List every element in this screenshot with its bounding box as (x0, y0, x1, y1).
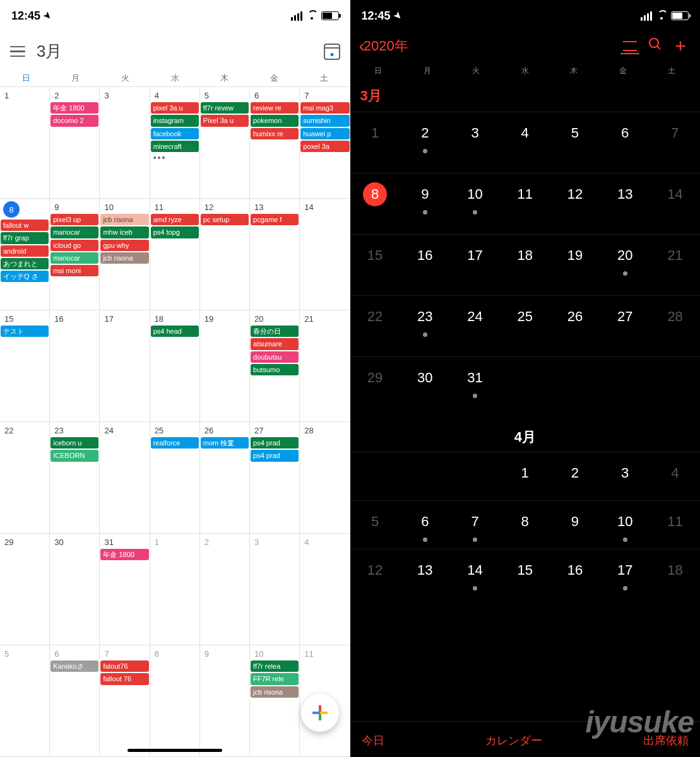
event-chip[interactable]: mariocar (50, 252, 98, 264)
calendar-cell[interactable]: 13 (600, 173, 650, 234)
calendar-cell[interactable]: 29 (0, 534, 50, 645)
calendar-cell[interactable]: 27ps4 pradps4 prad (250, 422, 300, 533)
event-chip[interactable]: 年金 1800 (50, 102, 98, 114)
calendar-cell[interactable] (550, 357, 600, 418)
calendar-cell[interactable]: 5 (350, 501, 400, 549)
event-chip[interactable]: 年金 1800 (100, 549, 148, 560)
calendar-cell[interactable]: 12 (550, 173, 600, 234)
calendar-cell[interactable]: 6Kanakoさ (50, 645, 100, 756)
event-chip[interactable]: fallout 76 (100, 673, 148, 684)
calendar-cell[interactable]: 8 (350, 173, 400, 234)
event-chip[interactable]: テスト (1, 326, 49, 337)
calendar-cell[interactable]: 11amd ryzeps4 topg (150, 199, 200, 310)
calendar-cell[interactable]: 9 (400, 173, 450, 234)
calendar-cell[interactable]: 12pc setup (200, 199, 250, 310)
calendar-cell[interactable]: 9 (200, 645, 250, 756)
event-chip[interactable]: pixel3 up (50, 214, 98, 225)
calendar-cell[interactable]: 23 (400, 296, 450, 356)
calendar-cell[interactable]: 6review repokemonhumixx re (250, 87, 300, 198)
more-events[interactable]: ••• (151, 153, 199, 163)
calendar-cell[interactable]: 10jcb risonamhw icebgpu whyjcb risona (100, 199, 150, 310)
event-chip[interactable]: minecraft (151, 141, 199, 152)
event-chip[interactable]: イッテQ さ (1, 271, 49, 282)
ios-march-grid[interactable]: 1234567891011121314151617181920212223242… (350, 112, 701, 418)
calendar-cell[interactable]: 30 (400, 357, 450, 418)
calendar-cell[interactable]: 10 (450, 173, 500, 234)
calendar-cell[interactable]: 8fallout wff7r grapandroidあつまれとイッテQ さ (0, 199, 50, 310)
calendar-cell[interactable]: 11 (650, 501, 700, 549)
event-chip[interactable]: 春分の日 (251, 326, 299, 337)
calendar-cell[interactable]: 21 (650, 235, 700, 295)
calendar-cell[interactable]: 17 (600, 549, 650, 597)
calendar-cell[interactable]: 30 (50, 534, 100, 645)
calendar-cell[interactable]: 3 (250, 534, 300, 645)
calendar-cell[interactable]: 7 (450, 501, 500, 549)
calendar-cell[interactable]: 17 (100, 310, 150, 421)
calendar-cell[interactable]: 6 (600, 112, 650, 173)
event-chip[interactable]: ff7r grap (1, 232, 49, 244)
calendar-cell[interactable]: 24 (450, 296, 500, 356)
event-chip[interactable]: Pixel 3a u (201, 115, 249, 126)
calendar-cell[interactable]: 2年金 1800docomo 2 (50, 87, 100, 198)
calendar-cell[interactable]: 16 (50, 310, 100, 421)
calendar-cell[interactable]: 10 (600, 501, 650, 549)
calendar-cell[interactable]: 31 (450, 357, 500, 418)
event-chip[interactable]: realforce (151, 437, 199, 449)
calendar-cell[interactable]: 1 (350, 112, 400, 173)
calendar-cell[interactable]: 8 (500, 501, 550, 549)
event-chip[interactable]: pcgame f (251, 214, 299, 225)
calendar-cell[interactable]: 18 (500, 235, 550, 295)
calendar-cell[interactable]: 13 (400, 549, 450, 597)
calendar-cell[interactable]: 16 (550, 549, 600, 597)
event-chip[interactable]: ps4 prad (251, 450, 299, 461)
event-chip[interactable]: fallout w (1, 220, 49, 231)
calendar-cell[interactable]: 1 (0, 87, 50, 198)
today-icon[interactable] (324, 44, 340, 60)
event-chip[interactable]: ps4 head (151, 326, 199, 337)
calendar-cell[interactable] (450, 452, 500, 500)
calendar-cell[interactable]: 22 (350, 296, 400, 356)
calendar-cell[interactable]: 24 (100, 422, 150, 533)
event-chip[interactable]: mom 検査 (201, 437, 249, 449)
calendar-cell[interactable]: 28 (300, 422, 350, 533)
event-chip[interactable]: amd ryze (151, 214, 199, 225)
ios-april-grid[interactable]: 123456789101112131415161718 (350, 452, 701, 597)
calendar-cell[interactable]: 4 (650, 452, 700, 500)
event-chip[interactable]: FF7R rele (251, 673, 299, 684)
calendar-cell[interactable]: 6 (400, 501, 450, 549)
search-button[interactable] (644, 37, 666, 56)
calendar-cell[interactable]: 15 (350, 235, 400, 295)
event-chip[interactable]: ps4 prad (251, 437, 299, 449)
calendar-cell[interactable]: 17 (450, 235, 500, 295)
event-chip[interactable]: butsumo (251, 364, 299, 375)
calendar-cell[interactable]: 20春分の日atsumaredoubutsubutsumo (250, 310, 300, 421)
calendar-cell[interactable]: 3 (100, 87, 150, 198)
event-chip[interactable]: gpu why (100, 240, 148, 251)
calendar-cell[interactable]: 29 (350, 357, 400, 418)
calendar-cell[interactable]: 13pcgame f (250, 199, 300, 310)
calendar-cell[interactable]: 12 (350, 549, 400, 597)
calendar-cell[interactable] (350, 452, 400, 500)
home-indicator[interactable] (128, 749, 222, 752)
event-chip[interactable]: doubutsu (251, 351, 299, 363)
event-chip[interactable]: poxel 3a (300, 141, 349, 152)
calendar-cell[interactable]: 5ff7r revewPixel 3a u (200, 87, 250, 198)
event-chip[interactable]: ps4 topg (151, 226, 199, 238)
calendar-cell[interactable] (600, 357, 650, 418)
calendar-cell[interactable]: 2 (550, 452, 600, 500)
event-chip[interactable]: android (1, 245, 49, 257)
calendar-cell[interactable]: 16 (400, 235, 450, 295)
list-view-button[interactable] (619, 37, 641, 55)
calendar-cell[interactable]: 22 (0, 422, 50, 533)
event-chip[interactable]: mhw iceb (100, 226, 148, 238)
event-chip[interactable]: iceborn u (50, 437, 98, 449)
event-chip[interactable]: facebook (151, 128, 199, 139)
event-chip[interactable]: icloud go (50, 240, 98, 251)
calendar-cell[interactable]: 5 (550, 112, 600, 173)
event-chip[interactable]: jcb risona (251, 686, 299, 698)
event-chip[interactable]: pokemon (251, 115, 299, 126)
calendars-button[interactable]: カレンダー (485, 733, 542, 748)
calendar-cell[interactable]: 2 (400, 112, 450, 173)
event-chip[interactable]: falout76 (100, 660, 148, 672)
event-chip[interactable]: pc setup (201, 214, 249, 225)
